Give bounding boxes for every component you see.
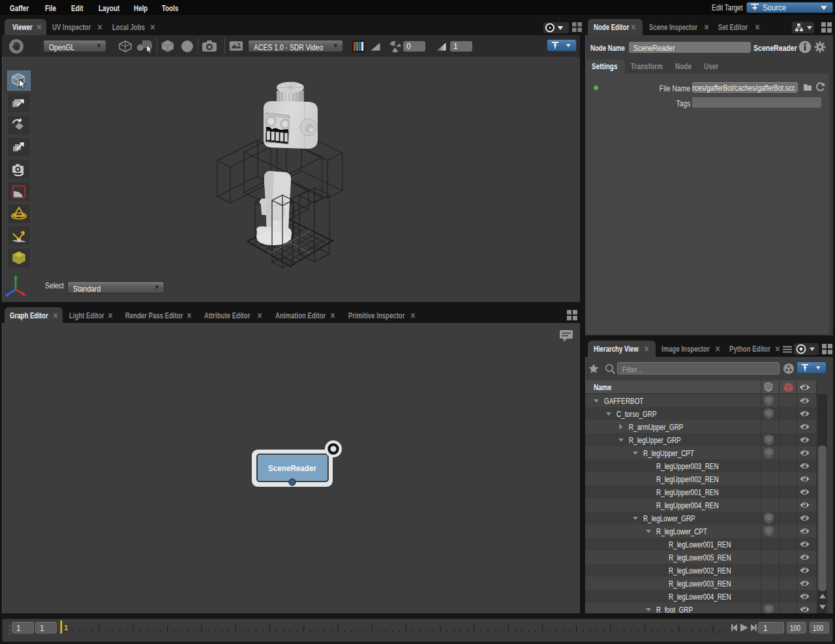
svg-text:1: 1 xyxy=(64,624,68,632)
svg-text:SceneReader: SceneReader xyxy=(268,463,317,473)
svg-text:Source: Source xyxy=(763,3,786,12)
